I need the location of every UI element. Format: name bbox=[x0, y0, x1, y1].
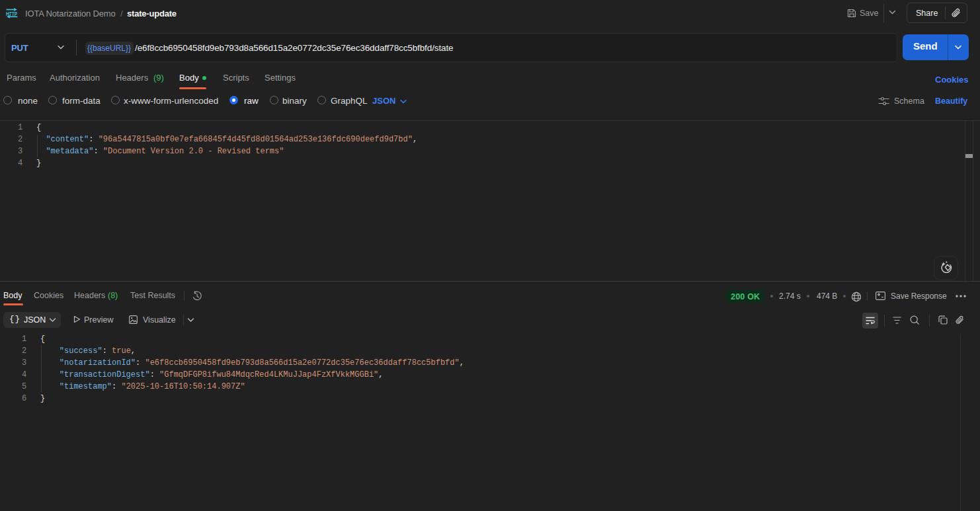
svg-text:HTTP: HTTP bbox=[6, 10, 17, 17]
